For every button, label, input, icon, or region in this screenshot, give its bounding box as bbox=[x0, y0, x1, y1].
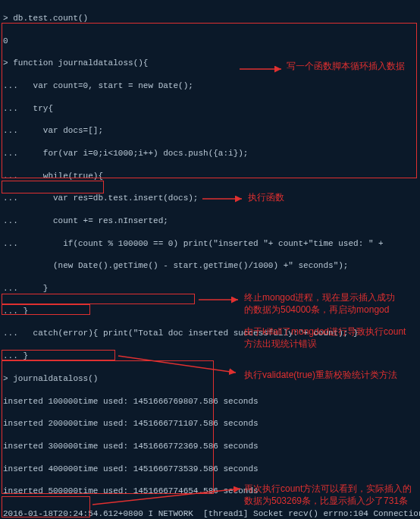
terminal-line: ... var docs=[]; bbox=[3, 125, 417, 137]
annotation-line: 由于killall了mongdod进行导致执行count bbox=[244, 326, 415, 338]
terminal-line: (new Date().getTime() - start.getTime()/… bbox=[3, 260, 417, 272]
terminal-line: ... if(count % 100000 == 0) print("inser… bbox=[3, 238, 417, 250]
terminal-line: ... while(true){ bbox=[3, 171, 417, 182]
terminal-line: ... try{ bbox=[3, 103, 417, 115]
terminal-line: inserted 300000time used: 1451666772369.… bbox=[3, 441, 417, 452]
annotation-line: 的数据为504000条，再启动mongod bbox=[244, 304, 415, 316]
terminal-line: inserted 400000time used: 1451666773539.… bbox=[3, 464, 417, 475]
annotation-line: 终止mongod进程，现在显示插入成功 bbox=[244, 292, 415, 304]
annotation: 执行validate(true)重新校验统计类方法 bbox=[244, 370, 397, 382]
terminal-line[interactable]: > db.test.count() bbox=[3, 13, 417, 24]
annotation: 再次执行count方法可以看到，实际插入的 数据为503269条，比显示插入少了… bbox=[244, 483, 415, 507]
annotation: 执行函数 bbox=[248, 192, 284, 204]
terminal-line: ... var count=0, start = new Date(); bbox=[3, 80, 417, 92]
terminal-line: inserted 100000time used: 1451666769807.… bbox=[3, 396, 417, 407]
annotation: 由于killall了mongdod进行导致执行count 方法出现统计错误 bbox=[244, 326, 415, 350]
terminal-line: 0 bbox=[3, 36, 417, 47]
terminal-line: ... for(var i=0;i<1000;i++) docs.push({a… bbox=[3, 148, 417, 159]
annotation: 终止mongod进程，现在显示插入成功 的数据为504000条，再启动mongo… bbox=[244, 292, 415, 316]
terminal-line: 2016-01-18T20:24:54.612+0800 I NETWORK [… bbox=[3, 508, 417, 519]
annotation-line: 数据为503269条，比显示插入少了731条 bbox=[244, 495, 415, 508]
annotation-line: 方法出现统计错误 bbox=[244, 338, 415, 351]
terminal-line: ... count += res.nInserted; bbox=[3, 215, 417, 227]
terminal-line: ... var res=db.test.insert(docs); bbox=[3, 193, 417, 204]
terminal-line: inserted 200000time used: 1451666771107.… bbox=[3, 418, 417, 429]
annotation: 写一个函数脚本循环插入数据 bbox=[287, 61, 405, 73]
annotation-line: 再次执行count方法可以看到，实际插入的 bbox=[244, 483, 415, 495]
terminal-line: ... } bbox=[3, 351, 417, 362]
terminal-output: > db.test.count() 0 > function journalda… bbox=[0, 0, 420, 519]
